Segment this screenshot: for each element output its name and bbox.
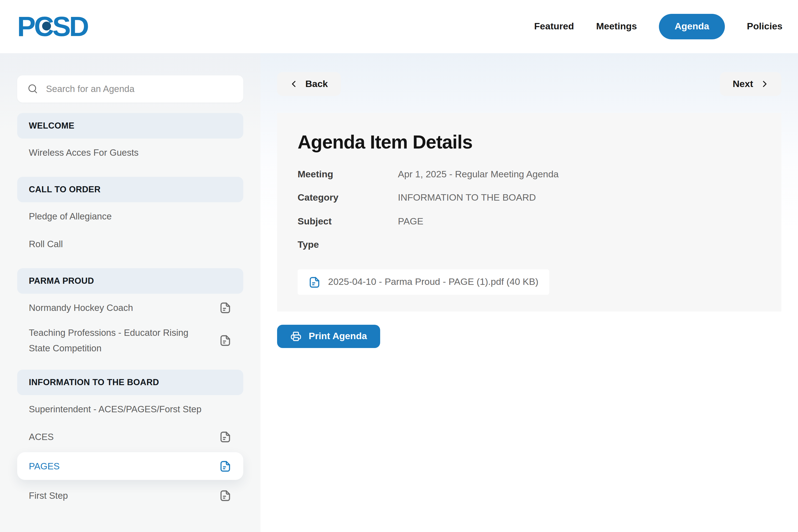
agenda-sidebar: WELCOME Wireless Acces For Guests CALL T…: [0, 53, 261, 532]
nav-item-meetings[interactable]: Meetings: [596, 21, 637, 32]
field-label: Meeting: [298, 169, 398, 180]
field-label: Subject: [298, 215, 398, 227]
nav-item-agenda[interactable]: Agenda: [659, 14, 725, 39]
search-icon: [27, 83, 39, 95]
chevron-right-icon: [760, 80, 768, 88]
document-icon: [219, 334, 232, 347]
sidebar-item-label: Superintendent - ACES/PAGES/Forst Step: [29, 401, 232, 417]
field-label: Type: [298, 239, 398, 251]
sidebar-item-first-step[interactable]: First Step: [17, 481, 243, 509]
field-label: Category: [298, 192, 398, 204]
sidebar-item-label: Pledge of Allegiance: [29, 208, 232, 224]
document-icon: [219, 489, 232, 502]
main-nav: Featured Meetings Agenda Policies: [534, 14, 782, 39]
nav-item-policies[interactable]: Policies: [747, 21, 782, 32]
pcsd-logo-text: PCSD: [17, 11, 88, 42]
back-button[interactable]: Back: [277, 72, 341, 96]
section-header-welcome: WELCOME: [17, 113, 243, 138]
top-header: PCSD Featured Meetings Agenda Policies: [0, 0, 798, 53]
logo-eye-dot: [42, 22, 51, 31]
attachment-link[interactable]: 2025-04-10 - Parma Proud - PAGE (1).pdf …: [298, 269, 549, 295]
field-value: Apr 1, 2025 - Regular Meeting Agenda: [398, 169, 558, 180]
sidebar-item-label: Teaching Professions - Educator Rising S…: [29, 325, 212, 356]
app-root: PCSD Featured Meetings Agenda Policies W…: [0, 0, 798, 532]
sidebar-item-teaching-professions[interactable]: Teaching Professions - Educator Rising S…: [17, 321, 243, 359]
agenda-item-details-card: Agenda Item Details Meeting Apr 1, 2025 …: [277, 113, 781, 311]
search-input[interactable]: [46, 84, 233, 94]
sidebar-item-label: Roll Call: [29, 236, 232, 252]
field-row-type: Type: [298, 239, 761, 251]
sidebar-item-pledge-of-allegiance[interactable]: Pledge of Allegiance: [17, 202, 243, 230]
document-icon: [219, 460, 232, 472]
section-header-parma-proud: PARMA PROUD: [17, 268, 243, 294]
attachment-filename: 2025-04-10 - Parma Proud - PAGE (1).pdf …: [328, 277, 538, 288]
sidebar-item-label: First Step: [29, 488, 212, 503]
field-row-meeting: Meeting Apr 1, 2025 - Regular Meeting Ag…: [298, 169, 761, 180]
sidebar-item-label: PAGES: [29, 458, 212, 474]
main-content: Back Next Agenda Item Details Meeting Ap…: [261, 53, 798, 532]
field-value: INFORMATION TO THE BOARD: [398, 192, 536, 204]
sidebar-item-label: Normandy Hockey Coach: [29, 300, 212, 315]
field-row-category: Category INFORMATION TO THE BOARD: [298, 192, 761, 204]
field-value: PAGE: [398, 215, 423, 227]
section-header-information-to-the-board: INFORMATION TO THE BOARD: [17, 369, 243, 395]
field-row-subject: Subject PAGE: [298, 215, 761, 227]
next-button-label: Next: [733, 78, 753, 90]
toolbar: Back Next: [277, 72, 781, 96]
sidebar-item-label: Wireless Acces For Guests: [29, 145, 232, 160]
pcsd-logo[interactable]: PCSD: [17, 13, 88, 40]
document-icon: [219, 301, 232, 314]
print-agenda-button[interactable]: Print Agenda: [277, 325, 380, 348]
sidebar-item-roll-call[interactable]: Roll Call: [17, 230, 243, 258]
document-icon: [219, 430, 232, 443]
sidebar-item-pages[interactable]: PAGES: [17, 452, 243, 480]
sidebar-item-aces[interactable]: ACES: [17, 423, 243, 451]
page-title: Agenda Item Details: [298, 131, 761, 153]
chevron-left-icon: [290, 80, 298, 88]
sidebar-item-normandy-hockey-coach[interactable]: Normandy Hockey Coach: [17, 294, 243, 321]
printer-icon: [290, 331, 302, 342]
sidebar-item-label: ACES: [29, 429, 212, 444]
sidebar-item-superintendent[interactable]: Superintendent - ACES/PAGES/Forst Step: [17, 395, 243, 423]
print-agenda-label: Print Agenda: [309, 331, 367, 342]
section-header-call-to-order: CALL TO ORDER: [17, 177, 243, 202]
back-button-label: Back: [305, 78, 328, 90]
next-button[interactable]: Next: [720, 72, 781, 96]
document-icon: [308, 276, 321, 288]
sidebar-item-wireless-access[interactable]: Wireless Acces For Guests: [17, 138, 243, 166]
agenda-search-box: [17, 75, 243, 102]
nav-item-featured[interactable]: Featured: [534, 21, 574, 32]
